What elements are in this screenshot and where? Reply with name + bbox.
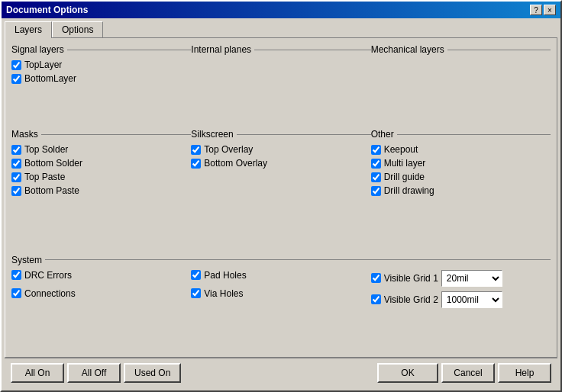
top-sections-row: Signal layers TopLayer BottomLayer	[11, 44, 551, 124]
system-col3: Visible Grid 1 20mil 50mil 100mil Visibl…	[371, 270, 551, 313]
drill-guide-label[interactable]: Drill guide	[384, 172, 425, 182]
connections-label[interactable]: Connections	[24, 288, 76, 299]
all-off-button[interactable]: All Off	[67, 363, 121, 383]
keepout-checkbox[interactable]	[371, 145, 381, 155]
mechanical-layers-title: Mechanical layers	[371, 44, 444, 55]
title-bar-buttons: ? ×	[530, 5, 556, 15]
all-on-button[interactable]: All On	[11, 363, 64, 383]
silkscreen-header: Silkscreen	[191, 129, 370, 140]
signal-layers-section: Signal layers TopLayer BottomLayer	[11, 44, 191, 124]
drc-errors-checkbox[interactable]	[11, 270, 21, 280]
bottom-solder-checkbox[interactable]	[11, 159, 21, 169]
help-button[interactable]: ?	[530, 5, 542, 15]
tab-strip: Layers Options	[5, 21, 557, 37]
silkscreen-section: Silkscreen Top Overlay Bottom Overlay	[191, 129, 370, 249]
ok-button[interactable]: OK	[377, 363, 438, 383]
toplayer-checkbox[interactable]	[11, 60, 21, 70]
top-solder-checkbox[interactable]	[11, 145, 21, 155]
checkbox-bottom-overlay: Bottom Overlay	[191, 158, 370, 169]
window-title: Document Options	[6, 5, 88, 15]
internal-planes-header: Internal planes	[191, 44, 370, 55]
tab-options[interactable]: Options	[52, 21, 103, 37]
checkbox-top-overlay: Top Overlay	[191, 144, 370, 155]
checkbox-pad-holes: Pad Holes	[191, 270, 370, 281]
drill-guide-checkbox[interactable]	[371, 172, 381, 182]
bottom-overlay-label[interactable]: Bottom Overlay	[204, 158, 267, 169]
checkbox-multi-layer: Multi layer	[371, 158, 551, 169]
internal-planes-title: Internal planes	[191, 44, 251, 55]
mechanical-layers-header: Mechanical layers	[371, 44, 551, 55]
toplayer-label[interactable]: TopLayer	[24, 59, 62, 70]
internal-planes-section: Internal planes	[191, 44, 370, 124]
system-section: System DRC Errors Connections	[11, 255, 551, 351]
checkbox-top-solder: Top Solder	[11, 144, 191, 155]
bottom-overlay-checkbox[interactable]	[191, 159, 201, 169]
checkbox-drill-drawing: Drill drawing	[371, 185, 551, 196]
checkbox-drill-guide: Drill guide	[371, 172, 551, 182]
internal-planes-rule	[254, 50, 371, 50]
signal-layers-rule	[67, 50, 192, 50]
keepout-label[interactable]: Keepout	[384, 144, 418, 155]
system-title: System	[11, 255, 42, 265]
checkbox-bottom-paste: Bottom Paste	[11, 185, 191, 196]
cancel-button[interactable]: Cancel	[441, 363, 495, 383]
silkscreen-title: Silkscreen	[191, 129, 233, 140]
multi-layer-label[interactable]: Multi layer	[384, 158, 426, 169]
via-holes-label[interactable]: Via Holes	[204, 288, 243, 299]
checkbox-via-holes: Via Holes	[191, 288, 370, 299]
system-col1: DRC Errors Connections	[11, 270, 191, 313]
help-btn[interactable]: Help	[498, 363, 551, 383]
pad-holes-checkbox[interactable]	[191, 270, 201, 280]
pad-holes-label[interactable]: Pad Holes	[204, 270, 246, 281]
visible-grid1-label[interactable]: Visible Grid 1	[384, 273, 438, 284]
bottomlayer-checkbox[interactable]	[11, 74, 21, 84]
system-grid: DRC Errors Connections Pad Holes	[11, 270, 551, 313]
tab-layers[interactable]: Layers	[5, 21, 52, 38]
visible-grid1-checkbox[interactable]	[371, 273, 381, 283]
signal-layers-title: Signal layers	[11, 44, 64, 55]
bottom-solder-label[interactable]: Bottom Solder	[24, 158, 82, 169]
via-holes-checkbox[interactable]	[191, 288, 201, 298]
connections-checkbox[interactable]	[11, 288, 21, 298]
visible-grid2-label[interactable]: Visible Grid 2	[384, 294, 438, 305]
drill-drawing-checkbox[interactable]	[371, 186, 381, 196]
title-bar: Document Options ? ×	[2, 2, 560, 18]
window-body: Layers Options Signal layers TopLayer	[2, 18, 560, 390]
bottom-paste-checkbox[interactable]	[11, 186, 21, 196]
top-overlay-label[interactable]: Top Overlay	[204, 144, 253, 155]
checkbox-connections: Connections	[11, 288, 191, 299]
masks-section: Masks Top Solder Bottom Solder Top Paste	[11, 129, 191, 249]
mechanical-layers-section: Mechanical layers	[371, 44, 551, 124]
system-header: System	[11, 255, 551, 265]
top-paste-label[interactable]: Top Paste	[24, 172, 65, 182]
checkbox-bottom-solder: Bottom Solder	[11, 158, 191, 169]
top-paste-checkbox[interactable]	[11, 172, 21, 182]
mechanical-layers-rule	[447, 50, 551, 50]
top-overlay-checkbox[interactable]	[191, 145, 201, 155]
button-bar: All On All Off Used On OK Cancel Help	[5, 358, 557, 387]
drc-errors-label[interactable]: DRC Errors	[24, 270, 72, 281]
used-on-button[interactable]: Used On	[124, 363, 181, 383]
masks-rule	[41, 134, 192, 135]
bottom-paste-label[interactable]: Bottom Paste	[24, 185, 79, 196]
checkbox-toplayer: TopLayer	[11, 59, 191, 70]
other-header: Other	[371, 129, 551, 140]
close-button[interactable]: ×	[544, 5, 556, 15]
visible-grid2-dropdown[interactable]: 1000mil 500mil 100mil	[441, 291, 502, 308]
checkbox-keepout: Keepout	[371, 144, 551, 155]
checkbox-bottomlayer: BottomLayer	[11, 73, 191, 84]
other-title: Other	[371, 129, 394, 140]
drill-drawing-label[interactable]: Drill drawing	[384, 185, 434, 196]
document-options-window: Document Options ? × Layers Options Sign…	[0, 0, 562, 392]
tab-content-layers: Signal layers TopLayer BottomLayer	[5, 37, 557, 358]
system-col2: Pad Holes Via Holes	[191, 270, 370, 313]
multi-layer-checkbox[interactable]	[371, 159, 381, 169]
checkbox-top-paste: Top Paste	[11, 172, 191, 182]
silkscreen-rule	[237, 134, 371, 135]
top-solder-label[interactable]: Top Solder	[24, 144, 68, 155]
visible-grid1-dropdown[interactable]: 20mil 50mil 100mil	[441, 270, 502, 287]
bottomlayer-label[interactable]: BottomLayer	[24, 73, 76, 84]
visible-grid2-row: Visible Grid 2 1000mil 500mil 100mil	[371, 291, 551, 308]
other-section: Other Keepout Multi layer Drill guide	[371, 129, 551, 249]
visible-grid2-checkbox[interactable]	[371, 294, 381, 304]
